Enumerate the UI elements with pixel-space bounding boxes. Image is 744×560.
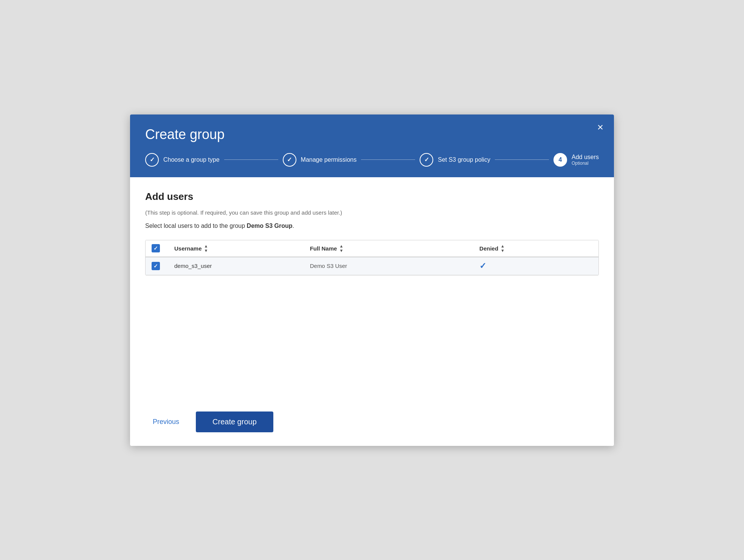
header-fullname: Full Name ▲ ▼: [310, 244, 479, 253]
step-2-label: Manage permissions: [301, 156, 357, 163]
select-all-checkbox[interactable]: ✓: [152, 244, 160, 252]
step-3-label: Set S3 group policy: [438, 156, 490, 163]
connector-1-2: [224, 159, 278, 160]
table-header-row: ✓ Username ▲ ▼ Full Name ▲ ▼: [146, 240, 598, 257]
create-group-dialog: × Create group ✓ Choose a group type ✓ M…: [130, 114, 614, 446]
row-check-col: ✓: [152, 262, 174, 270]
row-username: demo_s3_user: [174, 263, 310, 269]
section-title: Add users: [145, 191, 599, 203]
step-add-users: 4 Add users Optional: [553, 153, 599, 167]
header-denied: Denied ▲ ▼: [479, 244, 592, 253]
step-choose-group-type: ✓ Choose a group type: [145, 153, 220, 167]
step-2-icon: ✓: [283, 153, 296, 167]
connector-3-4: [495, 159, 549, 160]
select-note: Select local users to add to the group D…: [145, 223, 599, 229]
step-1-label: Choose a group type: [163, 156, 220, 163]
denied-sort-icon[interactable]: ▲ ▼: [501, 244, 505, 253]
row-denied: ✓: [479, 261, 592, 271]
step-1-icon: ✓: [145, 153, 159, 167]
dialog-footer: Previous Create group: [130, 404, 614, 446]
username-sort-icon[interactable]: ▲ ▼: [204, 244, 208, 253]
header-check-col: ✓: [152, 244, 174, 252]
fullname-sort-icon[interactable]: ▲ ▼: [339, 244, 343, 253]
header-username: Username ▲ ▼: [174, 244, 310, 253]
step-manage-permissions: ✓ Manage permissions: [283, 153, 357, 167]
denied-checkmark-icon: ✓: [479, 261, 486, 271]
users-table: ✓ Username ▲ ▼ Full Name ▲ ▼: [145, 240, 599, 275]
step-4-icon: 4: [553, 153, 567, 167]
dialog-header: × Create group ✓ Choose a group type ✓ M…: [130, 114, 614, 177]
dialog-body: Add users (This step is optional. If req…: [130, 177, 614, 404]
connector-2-3: [361, 159, 415, 160]
row-checkbox[interactable]: ✓: [152, 262, 160, 270]
step-set-s3-policy: ✓ Set S3 group policy: [420, 153, 490, 167]
dialog-title: Create group: [145, 127, 599, 142]
previous-button[interactable]: Previous: [145, 413, 187, 430]
table-row: ✓ demo_s3_user Demo S3 User ✓: [146, 257, 598, 275]
step-4-label: Add users Optional: [572, 154, 599, 166]
stepper: ✓ Choose a group type ✓ Manage permissio…: [145, 153, 599, 167]
close-button[interactable]: ×: [597, 122, 603, 133]
step-3-icon: ✓: [420, 153, 433, 167]
optional-note: (This step is optional. If required, you…: [145, 209, 599, 216]
row-fullname: Demo S3 User: [310, 263, 479, 269]
group-name: Demo S3 Group: [247, 223, 293, 229]
create-group-button[interactable]: Create group: [196, 411, 273, 432]
